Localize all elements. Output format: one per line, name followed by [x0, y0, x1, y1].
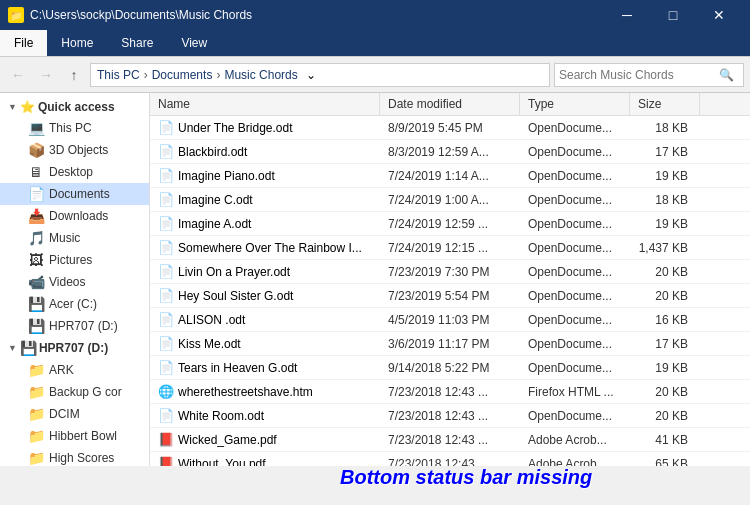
pictures-icon: 🖼 [28, 252, 44, 268]
sidebar-item-ark[interactable]: 📁 ARK [0, 359, 149, 381]
table-row[interactable]: 📄 Kiss Me.odt 3/6/2019 11:17 PM OpenDocu… [150, 332, 750, 356]
file-type-icon: 🌐 [158, 384, 174, 399]
table-row[interactable]: 📄 Hey Soul Sister G.odt 7/23/2019 5:54 P… [150, 284, 750, 308]
col-header-size[interactable]: Size [630, 93, 700, 115]
breadcrumb-thispc[interactable]: This PC [97, 68, 140, 82]
up-button[interactable]: ↑ [62, 63, 86, 87]
file-type-cell: OpenDocume... [520, 167, 630, 185]
breadcrumb-dropdown[interactable]: ⌄ [306, 68, 316, 82]
sidebar-item-highscores[interactable]: 📁 High Scores [0, 447, 149, 466]
tab-view[interactable]: View [167, 30, 221, 56]
sidebar-label-backup: Backup G cor [49, 385, 122, 399]
search-input[interactable] [559, 68, 719, 82]
back-button[interactable]: ← [6, 63, 30, 87]
table-row[interactable]: 📄 Somewhere Over The Rainbow I... 7/24/2… [150, 236, 750, 260]
table-row[interactable]: 📄 Imagine C.odt 7/24/2019 1:00 A... Open… [150, 188, 750, 212]
sidebar-label-downloads: Downloads [49, 209, 108, 223]
close-button[interactable]: ✕ [696, 0, 742, 30]
file-name-cell: 📄 White Room.odt [150, 406, 380, 425]
file-name-cell: 📕 Wicked_Game.pdf [150, 430, 380, 449]
file-type-icon: 📄 [158, 288, 174, 303]
table-row[interactable]: 🌐 wherethestreetshave.htm 7/23/2018 12:4… [150, 380, 750, 404]
videos-icon: 📹 [28, 274, 44, 290]
forward-button[interactable]: → [34, 63, 58, 87]
file-name-cell: 📄 Imagine Piano.odt [150, 166, 380, 185]
sidebar-item-acerc[interactable]: 💾 Acer (C:) [0, 293, 149, 315]
sidebar-item-pictures[interactable]: 🖼 Pictures [0, 249, 149, 271]
sidebar-label-3dobjects: 3D Objects [49, 143, 108, 157]
breadcrumb[interactable]: This PC › Documents › Music Chords ⌄ [90, 63, 550, 87]
file-size-cell: 41 KB [630, 431, 700, 449]
sidebar-item-documents[interactable]: 📄 Documents [0, 183, 149, 205]
file-name-cell: 📄 Tears in Heaven G.odt [150, 358, 380, 377]
breadcrumb-documents[interactable]: Documents [152, 68, 213, 82]
table-row[interactable]: 📕 Without_You.pdf 7/23/2018 12:43 ... Ad… [150, 452, 750, 466]
window-title: C:\Users\sockp\Documents\Music Chords [30, 8, 252, 22]
sidebar-label-hibbertbowl: Hibbert Bowl [49, 429, 117, 443]
file-name-text: wherethestreetshave.htm [178, 385, 313, 399]
table-row[interactable]: 📄 Under The Bridge.odt 8/9/2019 5:45 PM … [150, 116, 750, 140]
table-row[interactable]: 📄 ALISON .odt 4/5/2019 11:03 PM OpenDocu… [150, 308, 750, 332]
tab-share[interactable]: Share [107, 30, 167, 56]
file-type-icon: 📄 [158, 120, 174, 135]
file-name-text: Under The Bridge.odt [178, 121, 293, 135]
file-name-text: Hey Soul Sister G.odt [178, 289, 293, 303]
file-name-cell: 📄 Under The Bridge.odt [150, 118, 380, 137]
file-type-icon: 📄 [158, 216, 174, 231]
drive-c-icon: 💾 [28, 296, 44, 312]
breadcrumb-sep-2: › [216, 68, 220, 82]
sidebar-item-hibbertbowl[interactable]: 📁 Hibbert Bowl [0, 425, 149, 447]
file-name-text: Without_You.pdf [178, 457, 266, 467]
table-row[interactable]: 📄 White Room.odt 7/23/2018 12:43 ... Ope… [150, 404, 750, 428]
table-row[interactable]: 📄 Livin On a Prayer.odt 7/23/2019 7:30 P… [150, 260, 750, 284]
file-type-icon: 📄 [158, 192, 174, 207]
sidebar-item-desktop[interactable]: 🖥 Desktop [0, 161, 149, 183]
sidebar-item-hpr707-1[interactable]: 💾 HPR707 (D:) [0, 315, 149, 337]
table-row[interactable]: 📄 Imagine Piano.odt 7/24/2019 1:14 A... … [150, 164, 750, 188]
status-note: Bottom status bar missing [340, 466, 592, 489]
file-type-cell: Adobe Acrob... [520, 455, 630, 467]
table-row[interactable]: 📄 Blackbird.odt 8/3/2019 12:59 A... Open… [150, 140, 750, 164]
table-row[interactable]: 📄 Imagine A.odt 7/24/2019 12:59 ... Open… [150, 212, 750, 236]
file-date-cell: 7/23/2018 12:43 ... [380, 455, 520, 467]
sidebar-item-3dobjects[interactable]: 📦 3D Objects [0, 139, 149, 161]
sidebar-item-videos[interactable]: 📹 Videos [0, 271, 149, 293]
file-size-cell: 19 KB [630, 359, 700, 377]
sidebar-group-hpr707[interactable]: ▼ 💾 HPR707 (D:) [0, 337, 149, 359]
sidebar-item-downloads[interactable]: 📥 Downloads [0, 205, 149, 227]
sidebar-item-backup[interactable]: 📁 Backup G cor [0, 381, 149, 403]
table-row[interactable]: 📄 Tears in Heaven G.odt 9/14/2018 5:22 P… [150, 356, 750, 380]
file-name-cell: 📄 ALISON .odt [150, 310, 380, 329]
folder-dcim-icon: 📁 [28, 406, 44, 422]
table-row[interactable]: 📕 Wicked_Game.pdf 7/23/2018 12:43 ... Ad… [150, 428, 750, 452]
file-type-cell: OpenDocume... [520, 191, 630, 209]
tab-file[interactable]: File [0, 30, 47, 56]
file-name-text: Somewhere Over The Rainbow I... [178, 241, 362, 255]
file-list-container: Name Date modified Type Size 📄 Under The… [150, 93, 750, 466]
quickaccess-icon: ⭐ [20, 100, 35, 114]
file-date-cell: 7/24/2019 12:59 ... [380, 215, 520, 233]
folder-ark-icon: 📁 [28, 362, 44, 378]
sidebar-item-thispc[interactable]: 💻 This PC [0, 117, 149, 139]
col-header-date[interactable]: Date modified [380, 93, 520, 115]
col-header-type[interactable]: Type [520, 93, 630, 115]
file-type-cell: OpenDocume... [520, 215, 630, 233]
file-date-cell: 9/14/2018 5:22 PM [380, 359, 520, 377]
tab-home[interactable]: Home [47, 30, 107, 56]
col-header-name[interactable]: Name [150, 93, 380, 115]
maximize-button[interactable]: □ [650, 0, 696, 30]
file-date-cell: 3/6/2019 11:17 PM [380, 335, 520, 353]
file-type-cell: Firefox HTML ... [520, 383, 630, 401]
file-type-icon: 📄 [158, 144, 174, 159]
sidebar-item-music[interactable]: 🎵 Music [0, 227, 149, 249]
file-type-cell: Adobe Acrob... [520, 431, 630, 449]
search-box[interactable]: 🔍 [554, 63, 744, 87]
sidebar-label-quickaccess: Quick access [38, 100, 115, 114]
breadcrumb-musicchords[interactable]: Music Chords [224, 68, 297, 82]
minimize-button[interactable]: ─ [604, 0, 650, 30]
sidebar-group-quickaccess[interactable]: ▼ ⭐ Quick access [0, 97, 149, 117]
sidebar-item-dcim[interactable]: 📁 DCIM [0, 403, 149, 425]
file-date-cell: 7/24/2019 1:00 A... [380, 191, 520, 209]
file-name-text: Tears in Heaven G.odt [178, 361, 297, 375]
folder-backup-icon: 📁 [28, 384, 44, 400]
